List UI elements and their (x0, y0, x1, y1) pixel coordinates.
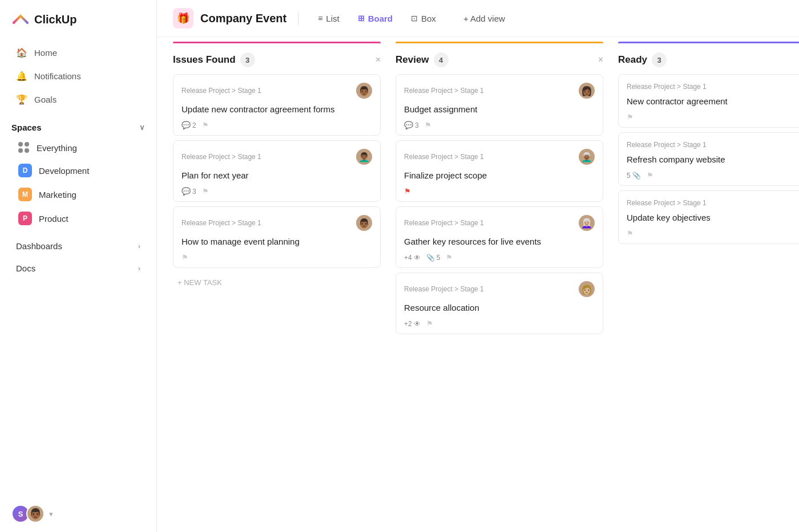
new-task-button[interactable]: + NEW TASK (173, 273, 381, 293)
column-issues-close[interactable]: × (376, 55, 381, 65)
flag-icon-3[interactable]: ⚑ (181, 253, 188, 262)
flag-rd2[interactable]: ⚑ (647, 171, 653, 180)
comment-icon-r1: 💬 (404, 121, 413, 129)
card-r4-extras: +2 👁 (404, 320, 421, 328)
comments-badge: 💬 2 (181, 121, 196, 129)
card-new-contractor[interactable]: Release Project > Stage 1 New contractor… (618, 74, 799, 128)
sidebar-item-goals[interactable]: 🏆 Goals (5, 88, 152, 111)
card-rd2-project: Release Project > Stage 1 (627, 141, 707, 149)
project-title: Company Event (200, 12, 286, 25)
tab-list[interactable]: ≡ List (310, 10, 348, 27)
spaces-header[interactable]: Spaces ∨ (11, 123, 145, 132)
sidebar-item-marketing[interactable]: M Marketing (11, 182, 145, 206)
flag-icon[interactable]: ⚑ (202, 121, 209, 129)
flag-r1[interactable]: ⚑ (425, 121, 431, 129)
product-badge: P (18, 212, 32, 225)
flag-icon-2[interactable]: ⚑ (202, 187, 209, 196)
card-resource-allocation[interactable]: Release Project > Stage 1 👩🏼 Resource al… (396, 273, 603, 334)
comments-badge-2: 💬 3 (181, 187, 196, 196)
card-footer: 💬 2 ⚑ (181, 121, 372, 129)
sidebar-item-goals-label: Goals (34, 95, 57, 104)
flag-rd1[interactable]: ⚑ (627, 113, 633, 121)
flag-r2-active[interactable]: ⚑ (404, 187, 411, 196)
card-avatar-2: 👨🏾‍🦱 (356, 149, 372, 165)
card-rd1-title: New contractor agreement (627, 95, 799, 107)
comment-count-r1: 3 (415, 121, 419, 129)
card-rd1-footer: ⚑ (627, 113, 799, 121)
card-contractor-forms[interactable]: Release Project > Stage 1 👨🏾 Update new … (173, 74, 381, 136)
add-view-label: + Add view (463, 14, 505, 23)
flag-rd3[interactable]: ⚑ (627, 229, 633, 238)
sidebar-item-notifications[interactable]: 🔔 Notifications (5, 65, 152, 87)
sidebar-item-docs[interactable]: Docs › (5, 258, 152, 279)
flag-r3[interactable]: ⚑ (446, 253, 453, 262)
tab-list-label: List (326, 14, 339, 23)
column-ready-header: Ready 3 (614, 43, 799, 74)
sidebar-item-development[interactable]: D Development (11, 159, 145, 182)
card-update-objectives[interactable]: Release Project > Stage 1 Update key obj… (618, 190, 799, 244)
card-event-planning[interactable]: Release Project > Stage 1 👨🏾 How to mana… (173, 206, 381, 268)
extras-r4: +2 (404, 320, 412, 328)
tab-box-label: Box (421, 14, 436, 23)
logo: ClickUp (0, 0, 156, 39)
tab-board[interactable]: ⊞ Board (350, 10, 401, 27)
card-gather-resources[interactable]: Release Project > Stage 1 👩🏼‍🦳 Gather ke… (396, 206, 603, 268)
sidebar-item-product[interactable]: P Product (11, 206, 145, 230)
user-dropdown-arrow[interactable]: ▾ (49, 510, 53, 518)
column-review-count: 4 (434, 52, 449, 67)
card-rd3-footer: ⚑ (627, 229, 799, 238)
spaces-section: Spaces ∨ Everything D Development (0, 113, 156, 235)
space-product-label: Product (39, 214, 68, 224)
everything-icon (18, 142, 30, 153)
watch-icon-r4: 👁 (414, 320, 421, 328)
column-ready-title: Ready (618, 54, 647, 66)
sidebar-docs-label: Docs (16, 263, 35, 273)
board-icon: ⊞ (358, 14, 365, 23)
header-divider (298, 11, 298, 25)
attach-icon-rd2: 📎 (632, 172, 641, 180)
header-tabs: ≡ List ⊞ Board ⊡ Box (310, 10, 444, 27)
card-r3-extras: +4 👁 (404, 254, 421, 262)
tab-board-label: Board (368, 14, 393, 23)
sidebar-item-everything[interactable]: Everything (11, 137, 145, 159)
card-budget-assignment[interactable]: Release Project > Stage 1 👩🏾 Budget assi… (396, 74, 603, 136)
column-issues-found: Issues Found 3 × Release Project > Stage… (168, 37, 385, 521)
card-title-2: Plan for next year (181, 169, 372, 181)
flag-r4[interactable]: ⚑ (426, 319, 433, 328)
card-rd3-meta: Release Project > Stage 1 (627, 199, 799, 207)
card-r1-footer: 💬 3 ⚑ (404, 121, 595, 129)
column-ready-cards: Release Project > Stage 1 New contractor… (614, 74, 799, 521)
card-rd3-project: Release Project > Stage 1 (627, 199, 707, 207)
add-view-button[interactable]: + Add view (455, 10, 513, 27)
card-rd3-title: Update key objectives (627, 212, 799, 224)
column-review: Review 4 × Release Project > Stage 1 👩🏾 … (391, 37, 608, 521)
spaces-label: Spaces (11, 123, 42, 132)
user-avatar-img: 👨🏾 (26, 505, 45, 523)
tab-box[interactable]: ⊡ Box (403, 10, 444, 27)
chevron-down-icon: ∨ (139, 123, 145, 132)
board: Issues Found 3 × Release Project > Stage… (157, 37, 799, 532)
card-footer-3: ⚑ (181, 253, 372, 262)
card-r4-meta: Release Project > Stage 1 👩🏼 (404, 281, 595, 297)
column-review-close[interactable]: × (598, 55, 603, 65)
chevron-right-icon: › (138, 242, 140, 250)
card-plan-next-year[interactable]: Release Project > Stage 1 👨🏾‍🦱 Plan for … (173, 140, 381, 202)
project-icon: 🎁 (173, 8, 193, 29)
card-rd2-footer: 5 📎 ⚑ (627, 171, 799, 180)
card-finalize-scope[interactable]: Release Project > Stage 1 👨🏾‍🦳 Finalize … (396, 140, 603, 202)
user-avatars: S 👨🏾 (11, 505, 45, 523)
card-r1-avatar: 👩🏾 (579, 83, 595, 99)
card-r1-comments: 💬 3 (404, 121, 419, 129)
comment-count: 2 (192, 121, 196, 129)
card-r4-footer: +2 👁 ⚑ (404, 319, 595, 328)
sidebar-nav: 🏠 Home 🔔 Notifications 🏆 Goals (0, 39, 156, 113)
box-icon: ⊡ (411, 14, 418, 23)
sidebar-item-home[interactable]: 🏠 Home (5, 42, 152, 64)
extras-count: +4 (404, 254, 412, 262)
list-icon: ≡ (318, 14, 322, 23)
sidebar-item-dashboards[interactable]: Dashboards › (5, 235, 152, 257)
card-refresh-website[interactable]: Release Project > Stage 1 Refresh compan… (618, 132, 799, 186)
sidebar-bottom: S 👨🏾 ▾ (0, 496, 156, 532)
card-r2-project: Release Project > Stage 1 (404, 153, 484, 161)
sidebar-dashboards-label: Dashboards (16, 241, 62, 251)
